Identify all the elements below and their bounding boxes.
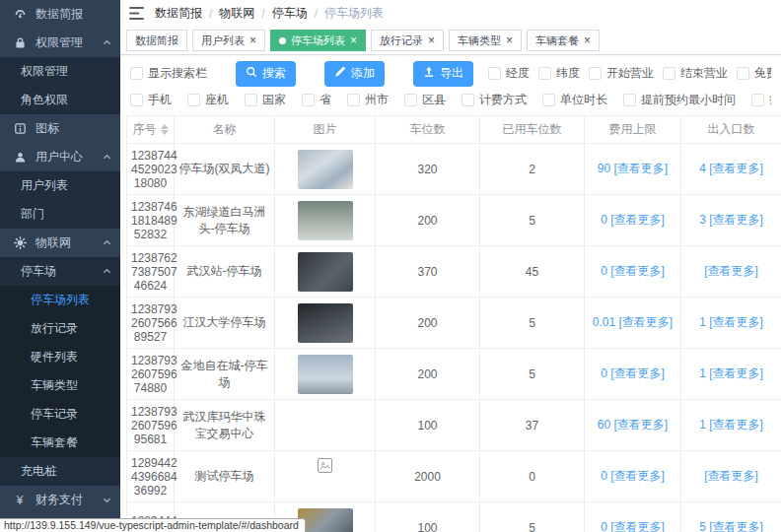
sidebar-item-user-center[interactable]: 用户中心 bbox=[0, 143, 120, 171]
sidebar-item-charging-pile[interactable]: 充电桩 bbox=[0, 457, 120, 486]
navbar: 数据简报/物联网/停车场/停车场列表 bbox=[120, 0, 781, 27]
header-text: 图片 bbox=[314, 121, 337, 138]
gates-view-more-link[interactable]: 1 [查看更多] bbox=[699, 418, 763, 432]
header-row: 序号名称图片车位数已用车位数费用上限出入口数 bbox=[127, 116, 781, 144]
sidebar-item-label: 权限管理 bbox=[21, 63, 68, 80]
parking-image-cell bbox=[275, 400, 376, 451]
checkbox-country[interactable]: 国家 bbox=[245, 92, 286, 108]
checkbox-box bbox=[663, 67, 675, 80]
table-body: 1238744452902318080停车场(双凤大道)320290 [查看更多… bbox=[127, 144, 781, 532]
checkbox-landline[interactable]: 座机 bbox=[187, 92, 229, 108]
sidebar-item-dashboard[interactable]: 数据简报 bbox=[0, 0, 120, 29]
tab-user-list[interactable]: 用户列表× bbox=[192, 30, 265, 51]
checkbox-free-duration[interactable]: 免费时长 bbox=[737, 65, 771, 82]
gates-cell: 1 [查看更多] bbox=[681, 349, 781, 400]
export-button[interactable]: 导出 bbox=[413, 61, 473, 87]
mall-photo bbox=[298, 508, 353, 532]
sidebar-item-parking[interactable]: 停车场 bbox=[0, 257, 120, 286]
add-button[interactable]: 添加 bbox=[324, 61, 385, 87]
chevron-up-icon bbox=[103, 153, 111, 162]
gates-view-more-link[interactable]: 4 [查看更多] bbox=[699, 162, 763, 175]
close-icon[interactable]: × bbox=[350, 34, 357, 46]
fee-limit-view-more-link[interactable]: 0 [查看更多] bbox=[601, 264, 665, 278]
checkbox-province[interactable]: 省 bbox=[302, 92, 331, 108]
checkbox-box bbox=[737, 67, 749, 80]
parking-id-line: 7387507 bbox=[131, 265, 170, 279]
fee-limit-view-more-link[interactable]: 0 [查看更多] bbox=[601, 469, 665, 483]
sort-up-icon[interactable] bbox=[161, 124, 169, 129]
tab-parking-list[interactable]: 停车场列表× bbox=[270, 30, 366, 51]
sidebar-item-pass-records[interactable]: 放行记录 bbox=[0, 314, 120, 343]
hamburger-icon[interactable] bbox=[129, 7, 144, 20]
breadcrumb-item[interactable]: 物联网 bbox=[219, 5, 254, 22]
button-label: 搜索 bbox=[262, 65, 286, 82]
checkbox-close-time[interactable]: 结束营业 bbox=[663, 65, 728, 82]
checkbox-max-advance-booking[interactable]: 提前预约最大时间 bbox=[751, 92, 771, 108]
fee-limit-view-more-link[interactable]: 0 [查看更多] bbox=[601, 366, 665, 380]
tab-vehicle-type[interactable]: 车辆类型× bbox=[449, 30, 522, 51]
search-button[interactable]: 搜索 bbox=[236, 61, 296, 87]
sidebar-item-parking-list[interactable]: 停车场列表 bbox=[0, 286, 120, 314]
sort-down-icon[interactable] bbox=[161, 130, 169, 135]
checkbox-min-advance-booking[interactable]: 提前预约最小时间 bbox=[623, 92, 736, 108]
sidebar-item-vehicle-package[interactable]: 车辆套餐 bbox=[0, 429, 120, 457]
gates-view-more-link[interactable]: 3 [查看更多] bbox=[699, 213, 763, 227]
checkbox-billing-method[interactable]: 计费方式 bbox=[462, 92, 527, 108]
sort-caret-icon[interactable] bbox=[161, 124, 169, 135]
checkbox-longitude[interactable]: 经度 bbox=[488, 65, 530, 82]
spots-cell: 370 bbox=[376, 246, 480, 298]
sidebar-item-role-permission[interactable]: 角色权限 bbox=[0, 86, 120, 114]
sidebar-item-iot[interactable]: 物联网 bbox=[0, 229, 120, 257]
sidebar-item-label: 财务支付 bbox=[36, 492, 83, 508]
checkbox-district[interactable]: 区县 bbox=[404, 92, 446, 108]
close-icon[interactable]: × bbox=[428, 34, 435, 46]
tab-pass-records[interactable]: 放行记录× bbox=[371, 30, 444, 51]
sidebar-item-finance-pay[interactable]: ¥财务支付 bbox=[0, 486, 120, 514]
sidebar-menu: 数据简报权限管理权限管理角色权限图标用户中心用户列表部门物联网停车场停车场列表放… bbox=[0, 0, 120, 514]
fee-limit-view-more-link[interactable]: 0 [查看更多] bbox=[601, 213, 665, 227]
close-icon[interactable]: × bbox=[506, 34, 513, 46]
parking-image-cell bbox=[275, 144, 376, 195]
checkbox-label: 提前预约最小时间 bbox=[641, 92, 736, 108]
breadcrumb-item[interactable]: 数据简报 bbox=[155, 5, 202, 22]
checkbox-show-search-bar[interactable]: 显示搜索栏 bbox=[130, 65, 207, 82]
gates-cell: [查看更多] bbox=[681, 451, 781, 502]
gates-view-more-link[interactable]: [查看更多] bbox=[704, 264, 758, 278]
checkbox-box bbox=[187, 94, 200, 106]
parking-id-line: 52832 bbox=[131, 228, 170, 241]
close-icon[interactable]: × bbox=[249, 34, 256, 46]
sidebar-item-hardware-list[interactable]: 硬件列表 bbox=[0, 343, 120, 371]
sidebar-item-vehicle-type[interactable]: 车辆类型 bbox=[0, 371, 120, 400]
checkbox-mobile[interactable]: 手机 bbox=[130, 92, 172, 108]
sidebar-item-department[interactable]: 部门 bbox=[0, 200, 120, 229]
chevron-up-icon bbox=[103, 38, 111, 47]
sidebar-item-label: 部门 bbox=[21, 206, 44, 223]
sidebar-item-parking-records[interactable]: 停车记录 bbox=[0, 400, 120, 429]
lock-icon bbox=[13, 36, 27, 50]
tab-vehicle-package[interactable]: 车辆套餐× bbox=[527, 30, 600, 51]
checkbox-latitude[interactable]: 纬度 bbox=[538, 65, 580, 82]
breadcrumb-item[interactable]: 停车场 bbox=[272, 5, 308, 22]
checkbox-unit-duration[interactable]: 单位时长 bbox=[542, 92, 607, 108]
gates-view-more-link[interactable]: [查看更多] bbox=[704, 469, 758, 483]
close-icon[interactable]: × bbox=[584, 34, 591, 46]
tab-dashboard[interactable]: 数据简报 bbox=[126, 30, 187, 51]
spots-cell: 100 bbox=[376, 400, 480, 451]
fee-limit-view-more-link[interactable]: 0.01 [查看更多] bbox=[593, 315, 673, 329]
column-header-0[interactable]: 序号 bbox=[127, 116, 175, 144]
sidebar-item-permission-manage[interactable]: 权限管理 bbox=[0, 57, 120, 86]
sidebar-item-user-list[interactable]: 用户列表 bbox=[0, 171, 120, 200]
tab-label: 车辆类型 bbox=[458, 33, 501, 48]
sidebar-item-permission[interactable]: 权限管理 bbox=[0, 29, 120, 57]
fee-limit-view-more-link[interactable]: 90 [查看更多] bbox=[598, 162, 668, 175]
sidebar-item-icons[interactable]: 图标 bbox=[0, 114, 120, 143]
gates-view-more-link[interactable]: 1 [查看更多] bbox=[699, 366, 763, 380]
checkbox-open-time[interactable]: 开始营业 bbox=[589, 65, 654, 82]
gates-view-more-link[interactable]: 1 [查看更多] bbox=[699, 315, 763, 329]
gates-cell: 1 [查看更多] bbox=[681, 400, 781, 451]
checkbox-city[interactable]: 州市 bbox=[347, 92, 389, 108]
sidebar-item-label: 硬件列表 bbox=[31, 349, 78, 366]
fee-limit-view-more-link[interactable]: 60 [查看更多] bbox=[598, 418, 668, 432]
gates-view-more-link[interactable]: 5 [查看更多] bbox=[699, 520, 763, 532]
fee-limit-view-more-link[interactable]: 0 [查看更多] bbox=[601, 520, 665, 532]
